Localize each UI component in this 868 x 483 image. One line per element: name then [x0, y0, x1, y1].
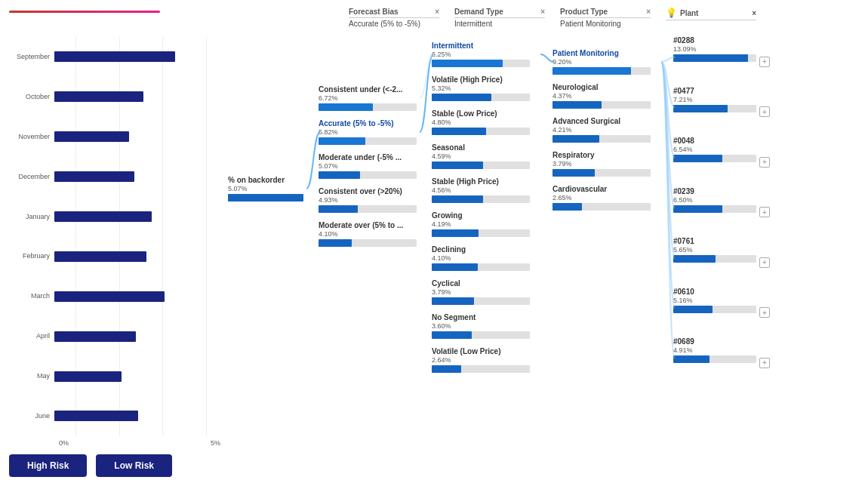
- node-pct: 3.79%: [553, 160, 673, 168]
- sankey-node[interactable]: Cyclical3.79%: [432, 279, 553, 305]
- node-pct: 4.19%: [432, 220, 553, 228]
- filter-name: Demand Type: [454, 8, 503, 16]
- sankey-node[interactable]: Consistent over (>20%)4.93%: [319, 187, 432, 213]
- node-bar-fill: [432, 297, 474, 305]
- sankey-node[interactable]: #06894.91%+: [673, 337, 779, 380]
- sankey-node[interactable]: Advanced Surgical4.21%: [553, 117, 673, 143]
- plus-button[interactable]: +: [759, 207, 770, 217]
- node-pct: 2.65%: [553, 194, 673, 202]
- node-bar-fill: [228, 194, 303, 202]
- node-bar-fill: [553, 169, 595, 177]
- sankey-node[interactable]: Moderate under (-5% ...5.07%: [319, 153, 432, 179]
- filter-close[interactable]: ×: [540, 8, 545, 16]
- node-bar-fill: [432, 128, 486, 135]
- node-bar-fill: [432, 60, 503, 67]
- filter-label: Product Type ×: [560, 8, 651, 18]
- plus-button[interactable]: +: [759, 157, 770, 168]
- node-pct: 4.91%: [673, 346, 779, 354]
- sankey-node[interactable]: Stable (Low Price)4.80%: [432, 109, 553, 135]
- sankey-node[interactable]: Intermittent6.25%: [432, 42, 553, 67]
- plus-button[interactable]: +: [759, 257, 770, 268]
- sankey-node[interactable]: #06105.16%+: [673, 288, 779, 330]
- node-bar-bg: [553, 135, 651, 143]
- y-label-month: December: [9, 174, 50, 180]
- sankey-node[interactable]: #07615.65%+: [673, 237, 779, 279]
- sankey-node[interactable]: #00486.54%+: [673, 137, 779, 179]
- plus-button[interactable]: +: [759, 57, 770, 67]
- node-bar-fill: [319, 205, 358, 213]
- node-pct: 9.20%: [553, 58, 673, 66]
- plant-close[interactable]: ×: [752, 9, 756, 17]
- filter-chip-product-type: Product Type × Patient Monitoring: [560, 8, 651, 28]
- node-bar-fill: [319, 103, 373, 111]
- sankey-node[interactable]: Patient Monitoring9.20%: [553, 49, 673, 75]
- y-label-month: January: [9, 214, 50, 220]
- sankey-node[interactable]: Moderate over (5% to ...4.10%: [319, 221, 432, 247]
- node-bar-bg: [432, 331, 530, 339]
- node-bar-fill: [553, 67, 631, 75]
- sankey-node[interactable]: Cardiovascular2.65%: [553, 185, 673, 211]
- filter-plant[interactable]: 💡 Plant ×: [666, 8, 756, 20]
- node-bar-bg: [432, 60, 530, 67]
- plus-button[interactable]: +: [759, 358, 770, 368]
- node-bar-bg: [673, 155, 756, 162]
- filter-close[interactable]: ×: [646, 8, 651, 16]
- high-risk-button[interactable]: High Risk: [9, 454, 87, 477]
- bar: [54, 331, 136, 342]
- bar-row: [54, 410, 228, 422]
- node-pct: 6.50%: [673, 196, 779, 204]
- sankey-node[interactable]: Neurological4.37%: [553, 83, 673, 109]
- node-bar-fill: [432, 195, 483, 203]
- bar-row: [54, 171, 228, 183]
- node-bar-bg: [432, 229, 530, 237]
- node-bar-bg: [553, 203, 651, 211]
- sankey-node[interactable]: No Segment3.60%: [432, 313, 553, 339]
- sankey-node[interactable]: Declining4.10%: [432, 245, 553, 271]
- node-pct: 3.79%: [432, 288, 553, 296]
- bar: [54, 131, 129, 142]
- sankey-node[interactable]: Seasonal4.59%: [432, 143, 553, 169]
- node-bar-bg: [673, 105, 756, 112]
- x-tick: 0%: [59, 439, 69, 447]
- plus-button[interactable]: +: [759, 106, 770, 117]
- sankey-node[interactable]: Respiratory3.79%: [553, 151, 673, 177]
- sankey-node[interactable]: Growing4.19%: [432, 211, 553, 237]
- node-bar-fill: [553, 203, 582, 211]
- node-bar-bg: [432, 128, 530, 135]
- node-label: #0761: [673, 237, 779, 245]
- node-bar-fill: [673, 355, 709, 363]
- sankey-node[interactable]: Accurate (5% to -5%)5.82%: [319, 119, 432, 145]
- sankey-node[interactable]: #04777.21%+: [673, 87, 779, 129]
- node-label: Accurate (5% to -5%): [319, 119, 432, 128]
- filter-close[interactable]: ×: [435, 8, 439, 16]
- sankey-node[interactable]: Consistent under (<-2...6.72%: [319, 85, 432, 111]
- node-bar-bg: [432, 297, 530, 305]
- sankey-node[interactable]: Volatile (High Price)5.32%: [432, 75, 553, 101]
- node-pct: 4.10%: [319, 230, 432, 238]
- node-pct: 7.21%: [673, 96, 779, 103]
- low-risk-button[interactable]: Low Risk: [96, 454, 172, 477]
- node-label: #0288: [673, 36, 779, 45]
- node-label: Moderate under (-5% ...: [319, 153, 432, 162]
- filter-value: Patient Monitoring: [560, 20, 651, 28]
- node-label: #0689: [673, 337, 779, 346]
- node-pct: 4.59%: [432, 152, 553, 160]
- left-panel: SeptemberOctoberNovemberDecemberJanuaryF…: [9, 32, 228, 477]
- sankey-node[interactable]: Stable (High Price)4.56%: [432, 177, 553, 203]
- node-pct: 2.64%: [432, 356, 553, 364]
- sankey-node[interactable]: % on backorder5.07%: [228, 176, 319, 202]
- sankey-node[interactable]: #028813.09%+: [673, 36, 779, 78]
- filters-row: Forecast Bias × Accurate (5% to -5%) Dem…: [228, 8, 859, 28]
- bar: [54, 171, 134, 182]
- bar-row: [54, 211, 228, 223]
- node-label: Intermittent: [432, 42, 553, 50]
- sankey-node[interactable]: #02396.50%+: [673, 187, 779, 229]
- sankey-node[interactable]: Volatile (Low Price)2.64%: [432, 347, 553, 373]
- node-pct: 5.16%: [673, 297, 779, 304]
- plus-button[interactable]: +: [759, 307, 770, 318]
- chart-wrapper: SeptemberOctoberNovemberDecemberJanuaryF…: [9, 37, 228, 448]
- y-label-month: March: [9, 293, 50, 300]
- node-bar-fill: [432, 365, 461, 373]
- node-bar-fill: [553, 101, 602, 109]
- filter-name: Forecast Bias: [349, 8, 399, 16]
